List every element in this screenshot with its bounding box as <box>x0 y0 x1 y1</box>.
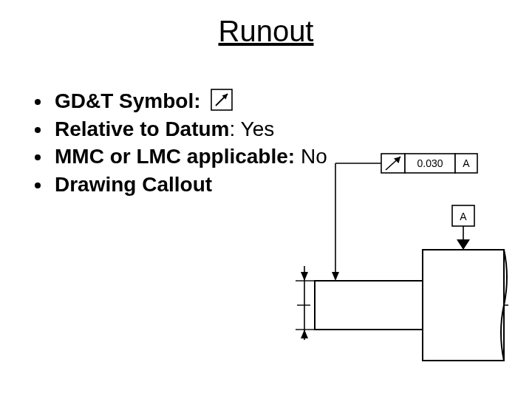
shaft-small-diameter <box>315 281 423 330</box>
page-title: Runout <box>0 15 532 48</box>
shaft-large-diameter <box>423 250 507 361</box>
svg-marker-29 <box>301 330 308 338</box>
bullet-1-label: GD&T Symbol: <box>55 89 201 112</box>
fcf-leader <box>332 163 381 281</box>
bullet-3-label: MMC or LMC applicable: <box>55 145 301 168</box>
svg-rect-24 <box>423 250 504 361</box>
fcf-tolerance-value: 0.030 <box>417 157 443 169</box>
dimension-left <box>296 266 315 340</box>
datum-feature-symbol: A <box>452 205 474 250</box>
feature-control-frame: 0.030 A <box>381 154 477 173</box>
list-item: GD&T Symbol: <box>52 87 327 115</box>
datum-label: A <box>460 211 467 222</box>
list-item: Relative to Datum: Yes <box>52 115 327 143</box>
slide: Runout GD&T Symbol: Relative to Datum: Y… <box>0 0 532 399</box>
bullet-list: GD&T Symbol: Relative to Datum: Yes MMC … <box>27 87 327 198</box>
list-item: Drawing Callout <box>52 171 327 199</box>
list-item: MMC or LMC applicable: No <box>52 143 327 171</box>
svg-rect-23 <box>315 281 423 330</box>
bullet-4-label: Drawing Callout <box>55 173 212 196</box>
bullet-2-label: Relative to Datum <box>55 117 230 140</box>
svg-marker-13 <box>457 239 470 250</box>
bullet-2-value: : Yes <box>230 117 275 140</box>
svg-marker-28 <box>301 272 308 281</box>
fcf-datum-letter: A <box>463 157 470 169</box>
drawing-callout-figure: 0.030 A A <box>293 148 514 369</box>
runout-symbol-icon <box>211 89 233 111</box>
svg-marker-10 <box>332 272 339 281</box>
